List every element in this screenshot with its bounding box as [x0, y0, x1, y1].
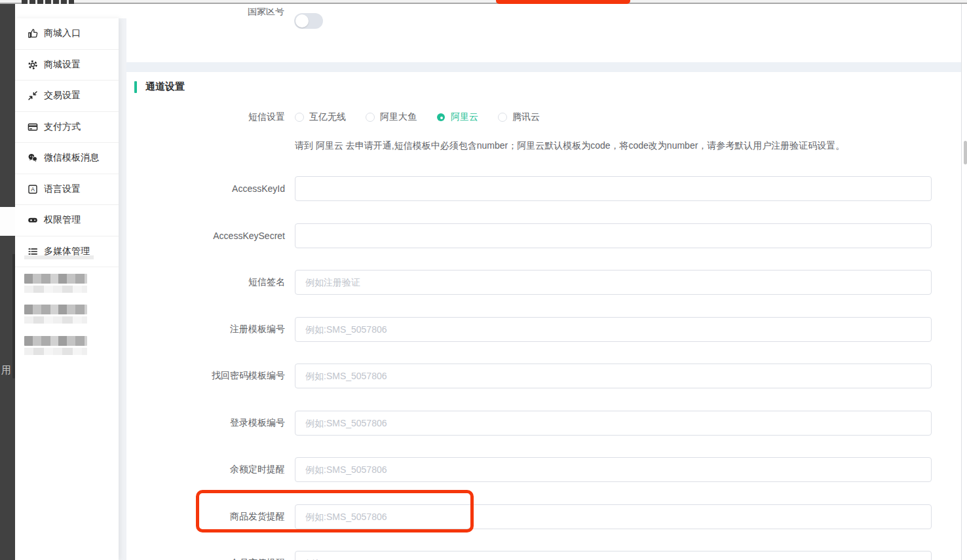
gear-icon	[28, 60, 38, 70]
sms-template-form: AccessKeyId AccessKeySecret 短信签名 注册模板编号 …	[126, 176, 961, 560]
wechat-icon	[28, 153, 38, 163]
background-window-strip: 用	[0, 2, 15, 560]
radio-circle-icon	[498, 113, 507, 122]
sidebar-item-payment-methods[interactable]: 支付方式	[15, 112, 119, 143]
accesskeysecret-input[interactable]	[295, 223, 932, 248]
language-icon: A	[28, 184, 38, 195]
shipping-reminder-input[interactable]	[295, 504, 932, 529]
browser-top-strip	[0, 0, 967, 4]
radio-aliyun-selected[interactable]: 阿里云	[436, 111, 478, 123]
sidebar-item-wechat-template[interactable]: 微信模板消息	[15, 143, 119, 174]
gamepad-icon	[28, 215, 38, 225]
thumb-up-icon	[28, 28, 38, 39]
register-template-input[interactable]	[295, 317, 932, 342]
password-recovery-template-input[interactable]	[295, 364, 932, 388]
svg-text:A: A	[31, 186, 35, 193]
form-row-accesskeysecret: AccessKeySecret	[126, 223, 961, 248]
form-row-password-recovery-template: 找回密码模板编号	[126, 364, 961, 388]
form-row-balance-reminder: 余额定时提醒	[126, 457, 961, 482]
radio-tencent-cloud[interactable]: 腾讯云	[498, 111, 540, 123]
member-recharge-reminder-input[interactable]	[295, 551, 932, 560]
sidebar-item-label: 语言设置	[44, 183, 81, 195]
form-row-member-recharge-reminder: 会员充值提醒	[126, 551, 961, 560]
sidebar-item-label: 交易设置	[44, 90, 81, 102]
sidebar-item-mall-entrance[interactable]: 商城入口	[15, 18, 119, 50]
form-row-login-template: 登录模板编号	[126, 411, 961, 436]
sidebar-item-mall-settings[interactable]: 商城设置	[15, 50, 119, 81]
sidebar-item-trade-settings[interactable]: 交易设置	[15, 81, 119, 112]
toggle-knob	[295, 14, 309, 28]
section-title-accent-bar	[134, 81, 137, 93]
sidebar-item-label: 权限管理	[44, 214, 81, 226]
sidebar-item-label: 微信模板消息	[44, 152, 99, 164]
strip-text-fragment: 用	[1, 364, 11, 376]
redacted-menu-item[interactable]	[24, 336, 87, 355]
form-row-accesskeyid: AccessKeyId	[126, 176, 961, 201]
balance-reminder-input[interactable]	[295, 457, 932, 482]
radio-ali-dayu[interactable]: 阿里大鱼	[366, 111, 417, 123]
country-code-toggle[interactable]	[294, 13, 323, 29]
sidebar-item-label: 商城入口	[44, 28, 81, 39]
sidebar-item-multimedia[interactable]: 多媒体管理	[15, 236, 119, 268]
form-row-register-template: 注册模板编号	[126, 317, 961, 342]
sms-provider-radio-group: 短信设置 互亿无线 阿里大鱼 阿里云 腾讯云	[126, 111, 961, 123]
radio-circle-icon	[366, 113, 375, 122]
login-template-input[interactable]	[295, 411, 932, 436]
redacted-menu-item[interactable]	[24, 305, 87, 324]
redacted-divider	[24, 255, 94, 259]
sidebar-item-label: 支付方式	[44, 121, 81, 133]
content-right-border	[961, 4, 962, 560]
compress-arrows-icon	[28, 90, 38, 101]
sms-signature-input[interactable]	[295, 270, 932, 295]
browser-tab-fragment	[22, 0, 74, 4]
form-row-sms-signature: 短信签名	[126, 270, 961, 295]
credit-card-icon	[28, 122, 38, 132]
radio-circle-icon	[436, 113, 446, 122]
sidebar-item-permissions[interactable]: 权限管理	[15, 205, 119, 236]
sidebar: 商城入口 商城设置 交易设置 支付方式 微信模板消息 A 语言设置 权限管理 多…	[15, 18, 119, 560]
country-code-section: 国家区号	[126, 5, 961, 62]
radio-huyi-wireless[interactable]: 互亿无线	[295, 111, 346, 123]
section-separator-band	[126, 62, 961, 72]
sms-settings-label: 短信设置	[126, 111, 285, 123]
aliyun-hint-text: 请到 阿里云 去申请开通,短信模板中必须包含number；阿里云默认模板为cod…	[295, 140, 844, 152]
top-annotation-bar	[496, 0, 630, 4]
section-title: 通道设置	[134, 81, 185, 93]
page-gutter	[119, 18, 126, 560]
strip-gap	[0, 207, 15, 236]
form-row-shipping-reminder: 商品发货提醒	[126, 504, 961, 529]
channel-settings-section: 通道设置 短信设置 互亿无线 阿里大鱼 阿里云 腾讯云 请到 阿里云 去申请开通…	[126, 72, 961, 560]
sidebar-item-language-settings[interactable]: A 语言设置	[15, 174, 119, 206]
redacted-menu-item[interactable]	[24, 274, 87, 293]
page-scrollbar[interactable]	[964, 141, 967, 164]
radio-circle-icon	[295, 113, 304, 122]
strip-scrollbar	[12, 254, 15, 379]
section-title-text: 通道设置	[145, 81, 185, 93]
country-code-label: 国家区号	[248, 8, 284, 20]
accesskeyid-input[interactable]	[295, 176, 932, 201]
sidebar-item-label: 商城设置	[44, 59, 81, 71]
